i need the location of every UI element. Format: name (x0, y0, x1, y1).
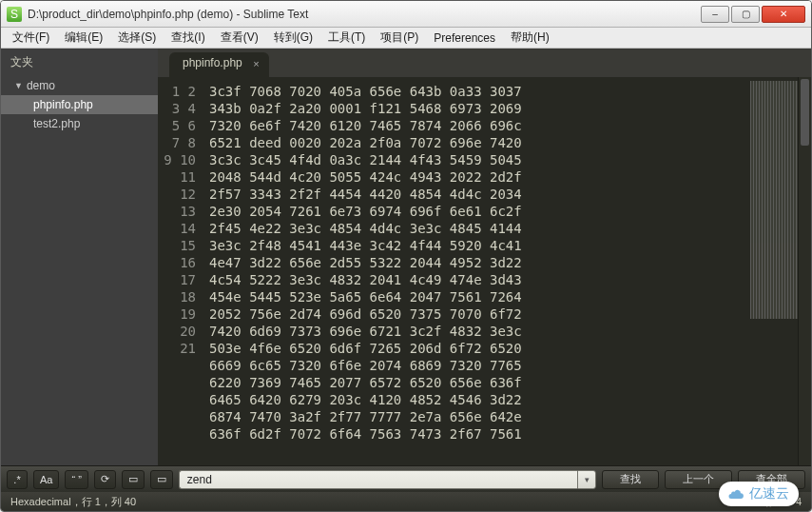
find-wholeword-toggle[interactable]: “ ” (65, 470, 87, 489)
editor: phpinfo.php × 1 2 3 4 5 6 7 8 9 10 11 12… (158, 49, 811, 465)
menu-find[interactable]: 查找(I) (165, 28, 210, 48)
menu-project[interactable]: 项目(P) (375, 28, 424, 48)
menu-edit[interactable]: 编辑(E) (59, 28, 108, 48)
find-inselection-toggle[interactable]: ▭ (122, 470, 145, 489)
find-highlight-toggle[interactable]: ▭ (150, 470, 173, 489)
search-input[interactable] (179, 470, 577, 489)
menu-view[interactable]: 查看(V) (215, 28, 264, 48)
menu-help[interactable]: 帮助(H) (505, 28, 555, 48)
app-icon: S (7, 7, 22, 22)
menu-tools[interactable]: 工具(T) (322, 28, 371, 48)
workspace: 文夹 ▼ demo phpinfo.php test2.php phpinfo.… (1, 49, 811, 465)
menu-goto[interactable]: 转到(G) (268, 28, 319, 48)
find-regex-toggle[interactable]: .* (7, 470, 28, 489)
menu-file[interactable]: 文件(F) (7, 28, 55, 48)
vertical-scrollbar[interactable] (798, 77, 811, 465)
search-field-wrap: ▾ (179, 470, 596, 489)
close-button[interactable]: ✕ (762, 6, 805, 23)
folder-label: demo (27, 79, 55, 92)
line-gutter: 1 2 3 4 5 6 7 8 9 10 11 12 13 14 15 16 1… (158, 77, 205, 465)
search-history-dropdown[interactable]: ▾ (577, 470, 596, 489)
minimize-button[interactable]: – (701, 6, 729, 23)
window-controls: – ▢ ✕ (699, 6, 805, 23)
maximize-button[interactable]: ▢ (731, 6, 760, 23)
find-wrap-toggle[interactable]: ⟳ (94, 470, 116, 489)
sidebar-header: 文夹 (1, 49, 158, 76)
find-case-toggle[interactable]: Aa (33, 470, 59, 489)
title-bar: S D:\product_dir\demo\phpinfo.php (demo)… (1, 1, 811, 28)
tab-phpinfo[interactable]: phpinfo.php × (169, 52, 269, 77)
status-left: Hexadecimal，行 1，列 40 (10, 495, 136, 509)
find-bar: .* Aa “ ” ⟳ ▭ ▭ ▾ 查找 上一个 查全部 (1, 465, 811, 492)
tab-label: phpinfo.php (183, 56, 242, 69)
code-area[interactable]: 1 2 3 4 5 6 7 8 9 10 11 12 13 14 15 16 1… (158, 77, 811, 465)
sidebar: 文夹 ▼ demo phpinfo.php test2.php (1, 49, 158, 465)
menu-preferences[interactable]: Preferences (428, 30, 501, 47)
status-bar: Hexadecimal，行 1，列 40 标签：4 (1, 492, 811, 511)
tab-bar: phpinfo.php × (158, 49, 811, 77)
cloud-icon (726, 486, 745, 502)
window-title: D:\product_dir\demo\phpinfo.php (demo) -… (28, 8, 699, 21)
tab-close-icon[interactable]: × (253, 58, 259, 69)
menu-bar: 文件(F) 编辑(E) 选择(S) 查找(I) 查看(V) 转到(G) 工具(T… (1, 28, 811, 49)
code-content[interactable]: 3c3f 7068 7020 405a 656e 643b 0a33 3037 … (205, 77, 811, 465)
sidebar-file-phpinfo[interactable]: phpinfo.php (1, 95, 158, 114)
menu-selection[interactable]: 选择(S) (112, 28, 162, 48)
sidebar-file-test2[interactable]: test2.php (1, 114, 158, 133)
sidebar-folder[interactable]: ▼ demo (1, 76, 158, 95)
watermark-badge: 亿速云 (719, 482, 799, 506)
minimap[interactable] (750, 81, 802, 319)
find-button[interactable]: 查找 (602, 470, 659, 489)
folder-arrow-icon: ▼ (14, 81, 23, 90)
watermark-text: 亿速云 (749, 485, 789, 502)
